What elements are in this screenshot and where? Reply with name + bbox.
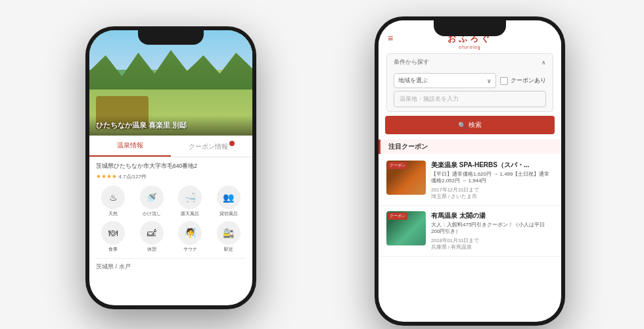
tabs: 温泉情報 クーポン情報 <box>89 136 252 157</box>
search-button-label: 検索 <box>469 120 482 130</box>
rating-row: ★★★★ 4.7点/127件 <box>96 173 246 180</box>
hamburger-icon[interactable]: ≡ <box>388 33 393 43</box>
coupon-checkbox-row: クーポンあり <box>500 76 546 85</box>
section-title: 注目クーポン <box>379 139 561 154</box>
tab-onsen[interactable]: 温泉情報 <box>89 136 171 157</box>
coupon-name-2: 有馬温泉 太閤の湯 <box>431 211 553 220</box>
ekichika-label: 駅近 <box>224 246 233 253</box>
icon-rotenburo: 🛁 露天風呂 <box>173 186 208 217</box>
search-toggle[interactable]: 条件から探す ∧ <box>387 54 553 70</box>
coupon-name-1: 美楽温泉 SPA-HERBS（スパ・... <box>431 161 553 170</box>
rotenburo-icon: 🛁 <box>178 186 202 209</box>
icon-shokuji: 🍽 食事 <box>96 221 131 253</box>
feature-icons-row1: ♨ 天然 🚿 かけ流し 🛁 露天風呂 👥 <box>96 186 246 217</box>
notch-back <box>138 26 204 45</box>
region-row: 地域を選ぶ ∨ クーポンあり <box>387 70 553 91</box>
chevron-up-icon: ∧ <box>541 59 546 66</box>
coupon-check-label: クーポンあり <box>511 76 546 85</box>
region-select[interactable]: 地域を選ぶ ∨ <box>394 73 496 88</box>
coupon-thumb-1: クーポン <box>386 161 426 195</box>
coupon-thumb-2: クーポン <box>386 211 426 245</box>
coupon-item-1[interactable]: クーポン 美楽温泉 SPA-HERBS（スパ・... 【平日】通常価格1,620… <box>379 155 561 206</box>
search-icon: 🔍 <box>458 122 466 129</box>
scene: ひたちなか温泉 喜楽里 別邸 温泉情報 クーポン情報 茨城県ひたちなか市大字市毛… <box>26 13 618 316</box>
address: 茨城県ひたちなか市大字市毛640番地2 <box>96 163 246 170</box>
kakehashi-label: かけ流し <box>143 211 161 217</box>
coupon-info-2: 有馬温泉 太閤の湯 大人：入館料475円引きクーポン！（小人は平日200円引き）… <box>431 211 553 251</box>
rotenburo-label: 露天風呂 <box>181 211 199 217</box>
icon-kakehashi: 🚿 かけ流し <box>135 186 170 217</box>
chevron-down-icon: ∨ <box>487 78 492 84</box>
icon-natural: ♨ 天然 <box>96 186 131 217</box>
screen1: ひたちなか温泉 喜楽里 別邸 温泉情報 クーポン情報 茨城県ひたちなか市大字市毛… <box>89 30 252 305</box>
kashikiri-label: 貸切風呂 <box>219 211 238 217</box>
coupon-info-1: 美楽温泉 SPA-HERBS（スパ・... 【平日】通常価格1,620円 → 1… <box>431 161 553 200</box>
sauna-icon: 🧖 <box>178 221 202 245</box>
kyukei-label: 休憩 <box>147 246 156 253</box>
shokuji-label: 食事 <box>108 246 118 253</box>
natural-icon: ♨ <box>101 186 125 209</box>
kyukei-icon: 🛋 <box>140 221 164 245</box>
phone-screen-back: ひたちなか温泉 喜楽里 別邸 温泉情報 クーポン情報 茨城県ひたちなか市大字市毛… <box>89 30 252 305</box>
coupon-desc-1: 【平日】通常価格1,620円 → 1,499【土日祝】通常価格2,052円 → … <box>431 171 553 185</box>
coupon-badge-1: クーポン <box>388 162 407 169</box>
phone-back: ひたちなか温泉 喜楽里 別邸 温泉情報 クーポン情報 茨城県ひたちなか市大字市毛… <box>85 26 256 309</box>
feature-icons-row2: 🍽 食事 🛋 休憩 🧖 サウナ 🚉 駅近 <box>96 221 246 253</box>
search-button[interactable]: 🔍 検索 <box>385 116 555 134</box>
coupon-badge-2: クーポン <box>388 213 407 220</box>
shokuji-icon: 🍽 <box>101 221 125 245</box>
phone-front: ≡ ∿∿∿ おふろぐ ofurolog 条件から探す ∧ 地 <box>375 16 565 326</box>
screen1-body: 茨城県ひたちなか市大字市毛640番地2 ★★★★ 4.7点/127件 ♨ 天然 … <box>89 157 252 305</box>
coupon-badge <box>229 141 235 146</box>
facility-input[interactable]: 温泉地・施設名を入力 <box>394 91 546 107</box>
screen2: ≡ ∿∿∿ おふろぐ ofurolog 条件から探す ∧ 地 <box>379 20 561 322</box>
coupon-item-2[interactable]: クーポン 有馬温泉 太閤の湯 大人：入館料475円引きクーポン！（小人は平日20… <box>379 206 561 257</box>
icon-sauna: 🧖 サウナ <box>173 221 208 253</box>
search-label: 条件から探す <box>394 58 429 66</box>
ekichika-icon: 🚉 <box>217 221 241 245</box>
coupon-expiry-1: 2017年12月31日まで 埼玉県 / さいたま市 <box>431 187 553 200</box>
hero-overlay: ひたちなか温泉 喜楽里 別邸 <box>89 115 252 136</box>
kakehashi-icon: 🚿 <box>140 186 164 209</box>
tab-coupon[interactable]: クーポン情報 <box>171 136 252 157</box>
sauna-label: サウナ <box>183 246 197 253</box>
hero-image: ひたちなか温泉 喜楽里 別邸 <box>89 30 252 136</box>
phone-screen-front: ≡ ∿∿∿ おふろぐ ofurolog 条件から探す ∧ 地 <box>379 20 561 322</box>
coupon-desc-2: 大人：入館料475円引きクーポン！（小人は平日200円引き） <box>431 222 553 236</box>
region-placeholder: 地域を選ぶ <box>398 76 428 85</box>
icon-kashikiri: 👥 貸切風呂 <box>212 186 246 217</box>
kashikiri-icon: 👥 <box>217 186 241 209</box>
search-panel[interactable]: 条件から探す ∧ 地域を選ぶ ∨ クーポンあり 温泉地・施設名を入力 <box>386 53 553 112</box>
coupon-list: クーポン 美楽温泉 SPA-HERBS（スパ・... 【平日】通常価格1,620… <box>379 155 561 322</box>
icon-kyukei: 🛋 休憩 <box>135 221 170 253</box>
icon-ekichika: 🚉 駅近 <box>212 221 246 253</box>
logo-subtext: ofurolog <box>448 45 492 49</box>
coupon-expiry-2: 2018年01月31日まで 兵庫県 / 有馬温泉 <box>431 238 553 251</box>
natural-label: 天然 <box>108 211 118 217</box>
hero-title: ひたちなか温泉 喜楽里 別邸 <box>96 120 246 130</box>
location: 茨城県 / 水戸 <box>96 258 246 271</box>
notch-front <box>434 16 506 36</box>
coupon-checkbox[interactable] <box>500 77 508 85</box>
